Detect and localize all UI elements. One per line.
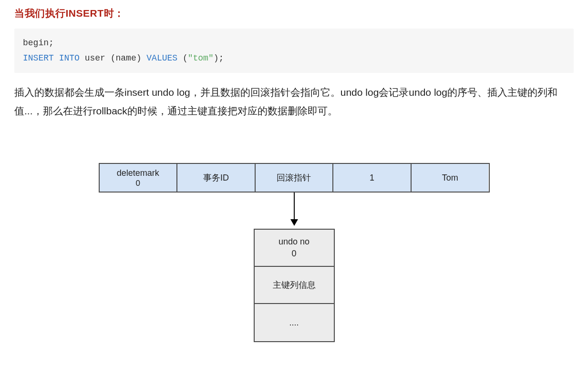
- code-keyword-insert: INSERT: [23, 53, 54, 63]
- code-keyword-values: VALUES: [146, 53, 177, 63]
- undo-cell-no: undo no 0: [255, 230, 334, 267]
- undo-sub: 0: [291, 248, 296, 260]
- arrow-line-icon: [294, 193, 295, 222]
- undo-label: ....: [289, 317, 299, 329]
- explanation-paragraph: 插入的数据都会生成一条insert undo log，并且数据的回滚指针会指向它…: [14, 83, 574, 121]
- code-keyword-into: INTO: [59, 53, 80, 63]
- record-cell-txid: 事务ID: [177, 164, 256, 192]
- code-cols: (name): [105, 53, 146, 63]
- code-table: user: [85, 53, 105, 63]
- cell-label: 1: [370, 172, 374, 183]
- record-cell-name: Tom: [412, 164, 489, 192]
- record-cell-rollback-ptr: 回滚指针: [256, 164, 334, 192]
- code-close: );: [214, 53, 224, 63]
- cell-sub: 0: [136, 178, 140, 188]
- arrow-head-icon: [290, 219, 298, 226]
- section-heading: 当我们执行INSERT时：: [14, 7, 574, 20]
- code-string: "tom": [188, 53, 214, 63]
- undo-label: undo no: [279, 236, 309, 248]
- undo-label: 主键列信息: [273, 279, 316, 291]
- code-block: begin; INSERT INTO user (name) VALUES ("…: [14, 29, 574, 73]
- code-line-1: begin;: [23, 35, 565, 51]
- cell-label: Tom: [442, 172, 458, 183]
- cell-label: deletemark: [117, 168, 159, 179]
- undo-cell-pk: 主键列信息: [255, 267, 334, 304]
- undo-log-stack: undo no 0 主键列信息 ....: [254, 229, 335, 342]
- cell-label: 回滚指针: [277, 172, 311, 183]
- diagram-container: deletemark 0 事务ID 回滚指针 1 Tom undo no 0: [14, 163, 574, 342]
- code-line-2: INSERT INTO user (name) VALUES ("tom");: [23, 51, 565, 66]
- record-row: deletemark 0 事务ID 回滚指针 1 Tom: [99, 163, 490, 193]
- record-cell-deletemark: deletemark 0: [100, 164, 178, 192]
- undo-cell-more: ....: [255, 304, 334, 341]
- code-open2: (: [177, 53, 188, 63]
- cell-label: 事务ID: [203, 172, 229, 183]
- record-cell-id: 1: [333, 164, 412, 192]
- arrow-down: [99, 193, 490, 229]
